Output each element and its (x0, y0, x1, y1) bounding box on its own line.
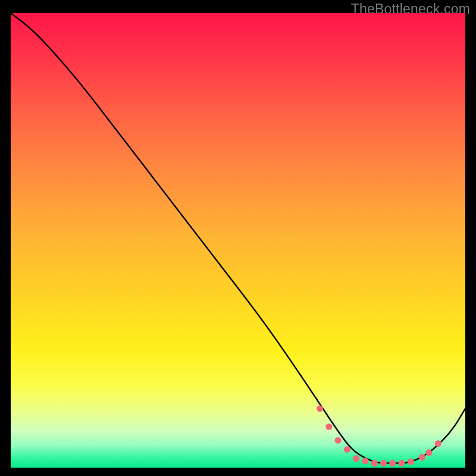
marker-dot (344, 446, 350, 453)
marker-dot (317, 405, 323, 412)
marker-dot (335, 437, 342, 444)
marker-dot (419, 454, 425, 461)
plot-overlay (11, 13, 465, 468)
marker-group (317, 405, 441, 466)
plot-frame (11, 13, 465, 468)
marker-dot (399, 460, 405, 466)
marker-dot (435, 440, 441, 447)
marker-dot (389, 460, 396, 466)
marker-dot (371, 460, 378, 466)
marker-dot (362, 458, 368, 464)
marker-dot (425, 449, 432, 456)
marker-dot (380, 460, 387, 466)
marker-dot (353, 455, 359, 462)
marker-dot (325, 424, 332, 430)
marker-dot (408, 459, 414, 465)
curve-line (11, 13, 465, 463)
